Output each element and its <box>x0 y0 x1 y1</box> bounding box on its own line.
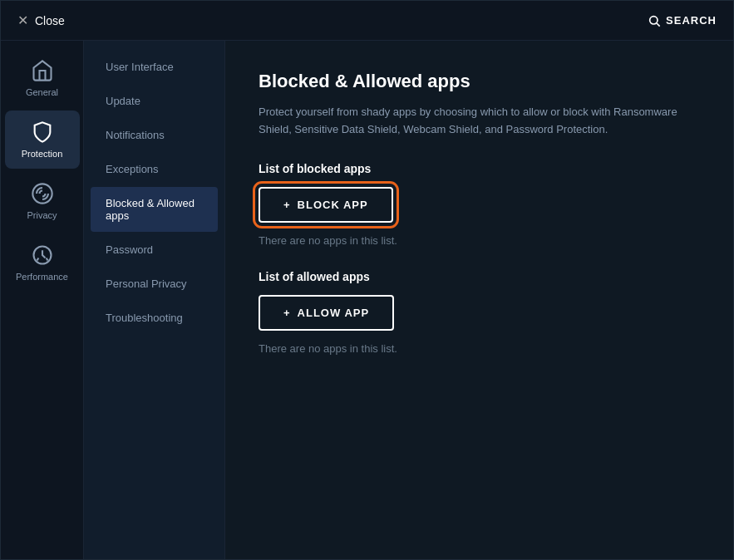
close-label: Close <box>35 14 65 27</box>
top-bar: ✕ Close SEARCH <box>1 1 733 41</box>
sidebar-general-label: General <box>26 87 58 97</box>
close-x-icon: ✕ <box>17 12 28 28</box>
sidebar-privacy-label: Privacy <box>27 210 57 220</box>
block-app-plus-icon: + <box>283 199 291 211</box>
page-description: Protect yourself from shady apps by choo… <box>259 104 691 139</box>
sidebar-performance-label: Performance <box>16 272 68 282</box>
content-area: Blocked & Allowed apps Protect yourself … <box>225 41 733 559</box>
allowed-empty-text: There are no apps in this list. <box>259 342 700 355</box>
nav-troubleshooting[interactable]: Troubleshooting <box>91 302 218 334</box>
gauge-icon <box>31 243 54 267</box>
search-icon <box>648 14 661 27</box>
blocked-apps-section: List of blocked apps + BLOCK APP There a… <box>259 162 700 247</box>
search-button[interactable]: SEARCH <box>648 14 717 27</box>
allowed-section-title: List of allowed apps <box>259 270 700 283</box>
search-label: SEARCH <box>666 14 717 27</box>
allow-app-button[interactable]: + ALLOW APP <box>259 295 394 331</box>
allow-app-label: ALLOW APP <box>298 307 370 319</box>
allow-app-plus-icon: + <box>283 307 291 319</box>
close-button[interactable]: ✕ Close <box>17 12 65 28</box>
nav-update[interactable]: Update <box>91 85 218 117</box>
page-title: Blocked & Allowed apps <box>259 71 700 92</box>
nav-user-interface[interactable]: User Interface <box>91 51 218 83</box>
blocked-section-title: List of blocked apps <box>259 162 700 175</box>
nav-sidebar: User Interface Update Notifications Exce… <box>84 41 225 559</box>
fingerprint-icon <box>31 182 54 205</box>
block-app-button[interactable]: + BLOCK APP <box>259 187 393 223</box>
svg-point-0 <box>650 16 658 23</box>
block-app-label: BLOCK APP <box>298 199 368 211</box>
nav-password[interactable]: Password <box>91 233 218 266</box>
shield-icon <box>31 120 54 144</box>
sidebar-item-performance[interactable]: Performance <box>5 233 80 292</box>
nav-notifications[interactable]: Notifications <box>91 119 218 151</box>
nav-personal-privacy[interactable]: Personal Privacy <box>91 268 218 300</box>
home-icon <box>31 59 54 82</box>
sidebar-item-protection[interactable]: Protection <box>5 111 80 169</box>
svg-line-1 <box>657 23 660 27</box>
app-container: ✕ Close SEARCH General <box>0 0 734 560</box>
nav-exceptions[interactable]: Exceptions <box>91 153 218 185</box>
sidebar-item-privacy[interactable]: Privacy <box>5 172 80 230</box>
nav-blocked-allowed[interactable]: Blocked & Allowed apps <box>91 187 218 232</box>
allowed-apps-section: List of allowed apps + ALLOW APP There a… <box>259 270 700 355</box>
sidebar-protection-label: Protection <box>22 149 63 159</box>
icon-sidebar: General Protection Privacy <box>1 41 84 559</box>
blocked-empty-text: There are no apps in this list. <box>259 234 700 247</box>
main-layout: General Protection Privacy <box>1 41 733 559</box>
sidebar-item-general[interactable]: General <box>5 49 80 107</box>
